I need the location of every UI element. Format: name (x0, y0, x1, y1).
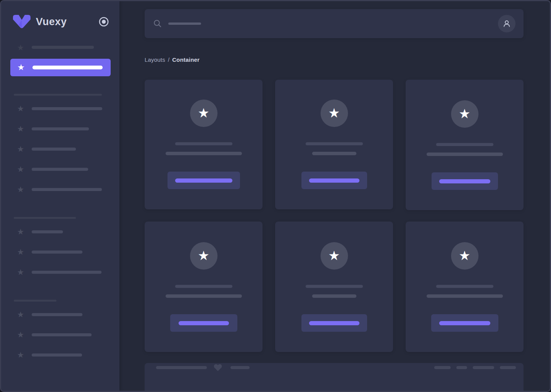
sidebar-item[interactable]: ★ (1, 222, 119, 242)
card-button[interactable] (168, 172, 240, 189)
sidebar: Vuexy ★ ★ ★ ★ (1, 1, 119, 391)
sidebar-item[interactable]: ★ (1, 345, 119, 365)
menu-label-placeholder (32, 148, 76, 151)
logo-row: Vuexy (13, 14, 109, 29)
menu-label-placeholder (32, 353, 82, 357)
footer (145, 363, 524, 392)
menu-label-placeholder (32, 333, 92, 336)
app-bar (145, 9, 524, 38)
sidebar-item[interactable]: ★ (1, 159, 119, 179)
card-text-placeholder (166, 294, 242, 298)
sidebar-menu: ★ ★ ★ ★ ★ ★ ★ (1, 39, 119, 365)
menu-label-placeholder (32, 251, 82, 254)
card-text-placeholder (166, 152, 242, 155)
button-label-placeholder (179, 321, 229, 325)
footer-links (434, 366, 516, 369)
menu-label-placeholder (32, 168, 88, 171)
star-icon: ★ (16, 104, 25, 112)
layout-card: ★ (275, 80, 393, 209)
footer-link-placeholder (434, 366, 451, 369)
app-window: Vuexy ★ ★ ★ ★ (0, 0, 551, 392)
layout-card: ★ (145, 222, 263, 352)
star-icon: ★ (16, 185, 25, 193)
sidebar-item[interactable]: ★ (1, 262, 119, 282)
star-icon: ★ (16, 228, 25, 236)
star-icon: ★ (16, 43, 25, 51)
card-button[interactable] (170, 314, 237, 332)
sidebar-item[interactable]: ★ (1, 119, 119, 139)
sidebar-item[interactable]: ★ (1, 39, 119, 56)
breadcrumb-section[interactable]: Layouts (145, 56, 165, 63)
user-avatar[interactable] (498, 15, 516, 32)
card-title-placeholder (306, 142, 363, 145)
star-icon: ★ (16, 268, 25, 276)
search-placeholder (168, 22, 201, 25)
star-icon: ★ (16, 351, 25, 359)
star-icon: ★ (16, 125, 25, 133)
button-label-placeholder (439, 179, 490, 183)
sidebar-section-header: ★ (14, 217, 119, 219)
button-label-placeholder (309, 178, 359, 183)
sidebar-pin-toggle-icon[interactable] (98, 16, 109, 27)
card-button[interactable] (301, 314, 367, 332)
card-star-avatar: ★ (321, 242, 348, 270)
card-title-placeholder (436, 143, 493, 146)
sidebar-item[interactable]: ★ (1, 139, 119, 159)
layout-card: ★ (145, 80, 263, 209)
sidebar-item[interactable]: ★ (1, 179, 119, 199)
footer-text-placeholder (230, 366, 250, 369)
card-star-avatar: ★ (321, 100, 348, 127)
star-icon: ★ (16, 310, 25, 318)
footer-link-placeholder (500, 366, 516, 369)
button-label-placeholder (439, 321, 490, 325)
sidebar-item[interactable]: ★ (1, 304, 119, 325)
menu-label-placeholder (32, 127, 89, 130)
card-button[interactable] (301, 172, 367, 189)
menu-label-placeholder (32, 313, 82, 316)
star-icon: ★ (459, 249, 470, 263)
menu-label-placeholder (32, 230, 63, 233)
heart-icon (213, 363, 223, 372)
card-star-avatar: ★ (190, 242, 218, 270)
menu-label-placeholder (14, 94, 102, 96)
breadcrumb: Layouts/Container (145, 56, 524, 63)
card-grid: ★ ★ (145, 80, 524, 352)
sidebar-item[interactable]: ★ (1, 98, 119, 119)
sidebar-item[interactable]: ★ (10, 59, 111, 76)
footer-link-placeholder (456, 366, 467, 369)
sidebar-section-header: ★ (14, 300, 119, 302)
card-star-avatar: ★ (451, 242, 478, 270)
menu-label-placeholder (14, 217, 76, 219)
breadcrumb-current: Container (172, 56, 200, 63)
star-icon: ★ (198, 106, 209, 120)
star-icon: ★ (16, 63, 26, 72)
sidebar-item[interactable]: ★ (1, 242, 119, 262)
menu-label-placeholder (32, 46, 94, 49)
footer-content (156, 363, 516, 372)
breadcrumb-separator: / (168, 56, 169, 63)
star-icon: ★ (328, 249, 340, 263)
card-button[interactable] (431, 314, 498, 332)
search-input[interactable] (153, 19, 498, 28)
card-star-avatar: ★ (190, 100, 218, 127)
sidebar-section-header: ★ (14, 94, 119, 96)
card-button[interactable] (432, 172, 498, 190)
menu-label-placeholder (14, 300, 56, 302)
person-icon (502, 19, 511, 28)
card-title-placeholder (436, 285, 493, 288)
card-star-avatar: ★ (451, 100, 478, 128)
button-label-placeholder (175, 178, 232, 183)
star-icon: ★ (328, 106, 340, 120)
sidebar-item[interactable]: ★ (1, 325, 119, 345)
brand-title[interactable]: Vuexy (36, 16, 67, 28)
menu-label-placeholder (32, 66, 103, 69)
card-text-placeholder (312, 294, 356, 298)
star-icon: ★ (198, 249, 209, 263)
vuexy-logo-icon[interactable] (13, 14, 31, 29)
star-icon: ★ (16, 145, 25, 153)
button-label-placeholder (309, 321, 359, 325)
star-icon: ★ (16, 331, 25, 339)
card-title-placeholder (175, 142, 232, 145)
layout-card: ★ (406, 222, 524, 352)
card-text-placeholder (312, 152, 356, 155)
